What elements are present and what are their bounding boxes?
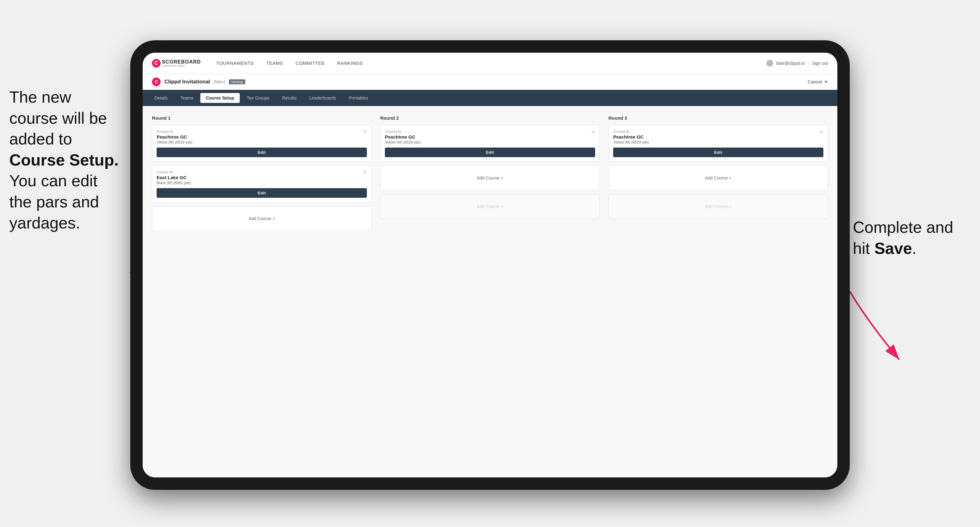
nav-teams[interactable]: TEAMS	[266, 60, 283, 66]
cancel-button[interactable]: Cancel ✕	[808, 79, 828, 85]
round1-course-b-label: (Course B)	[157, 170, 367, 174]
tab-printables[interactable]: Printables	[343, 93, 374, 103]
nav-tournaments[interactable]: TOURNAMENTS	[216, 60, 254, 66]
round3-course-a-label: (Course A)	[613, 130, 823, 133]
tab-leaderboards[interactable]: Leaderboards	[304, 93, 342, 103]
round3-add-course-disabled: Add Course +	[608, 194, 828, 219]
tab-course-setup[interactable]: Course Setup	[200, 93, 240, 103]
round3-course-a-card: ⊙ (Course A) Peachtree GC Yellow (M) (66…	[608, 125, 828, 162]
round2-add-course-disabled-text: Add Course +	[477, 204, 503, 209]
tabs-bar: Details Teams Course Setup Tee Groups Re…	[143, 90, 837, 106]
user-avatar	[766, 60, 773, 67]
round-2-label: Round 2	[380, 115, 600, 121]
round2-course-a-edit[interactable]: Edit	[385, 148, 595, 157]
tab-results[interactable]: Results	[276, 93, 302, 103]
round3-add-course-text: Add Course +	[705, 175, 732, 181]
tournament-badge: Hosting	[229, 79, 245, 84]
round2-course-a-name: Peachtree GC	[385, 134, 595, 140]
round1-add-course[interactable]: Add Course +	[152, 206, 372, 231]
round2-add-course-disabled: Add Course +	[380, 194, 600, 219]
round1-course-b-edit[interactable]: Edit	[157, 188, 367, 198]
user-email: blair@clippd.io	[776, 61, 805, 66]
tournament-gender: (Men)	[214, 79, 225, 84]
round1-course-b-name: East Lake GC	[157, 175, 367, 180]
round3-add-course-disabled-text: Add Course +	[705, 204, 732, 209]
tablet-frame: C SCOREBOARD Powered by clippd TOURNAMEN…	[130, 40, 850, 490]
round-3-col: Round 3 ⊙ (Course A) Peachtree GC Yellow…	[608, 115, 828, 235]
main-content: Round 1 ⊙ (Course A) Peachtree GC Yellow…	[143, 106, 837, 478]
tab-tee-groups[interactable]: Tee Groups	[241, 93, 275, 103]
tablet-screen: C SCOREBOARD Powered by clippd TOURNAMEN…	[143, 53, 837, 478]
round1-course-b-delete[interactable]: ⊙	[362, 169, 368, 175]
tournament-bar: C Clippd Invitational (Men) Hosting Canc…	[143, 74, 837, 90]
round-1-label: Round 1	[152, 115, 372, 121]
tournament-logo: C	[152, 78, 161, 86]
round2-course-a-tee: Yellow (M) (6629 yds)	[385, 140, 595, 144]
round2-course-a-delete[interactable]: ⊙	[590, 129, 597, 135]
round3-course-a-edit[interactable]: Edit	[613, 148, 823, 157]
tournament-title: Clippd Invitational	[164, 79, 210, 85]
round2-course-a-label: (Course A)	[385, 130, 595, 133]
round3-course-a-delete[interactable]: ⊙	[818, 129, 825, 135]
tab-details[interactable]: Details	[149, 93, 173, 103]
round1-course-b-tee: Black (M) (6891 yds)	[157, 181, 367, 185]
nav-brand: C SCOREBOARD Powered by clippd	[152, 59, 201, 68]
round3-add-course-active[interactable]: Add Course +	[608, 165, 828, 190]
nav-rankings[interactable]: RANKINGS	[337, 60, 363, 66]
round1-course-a-card: ⊙ (Course A) Peachtree GC Yellow (M) (66…	[152, 125, 372, 162]
nav-divider: |	[808, 61, 809, 66]
round1-course-b-card: ⊙ (Course B) East Lake GC Black (M) (689…	[152, 165, 372, 202]
round3-course-a-name: Peachtree GC	[613, 134, 823, 140]
tab-teams[interactable]: Teams	[175, 93, 199, 103]
brand-logo: C	[152, 59, 161, 68]
top-nav: C SCOREBOARD Powered by clippd TOURNAMEN…	[143, 53, 837, 74]
nav-links: TOURNAMENTS TEAMS COMMITTEE RANKINGS	[216, 60, 766, 66]
nav-committee[interactable]: COMMITTEE	[296, 60, 325, 66]
round1-course-a-tee: Yellow (M) (6629 yds)	[157, 140, 367, 144]
round2-add-course-text: Add Course +	[477, 175, 503, 181]
round1-course-a-label: (Course A)	[157, 130, 367, 133]
sign-out-link[interactable]: Sign out	[812, 61, 828, 66]
round-2-col: Round 2 ⊙ (Course A) Peachtree GC Yellow…	[380, 115, 600, 235]
round1-course-a-edit[interactable]: Edit	[157, 148, 367, 157]
round3-course-a-tee: Yellow (M) (6629 yds)	[613, 140, 823, 144]
rounds-grid: Round 1 ⊙ (Course A) Peachtree GC Yellow…	[152, 115, 828, 235]
round2-add-course-active[interactable]: Add Course +	[380, 165, 600, 190]
right-annotation: Complete and hit Save.	[853, 217, 971, 259]
brand-name: SCOREBOARD Powered by clippd	[162, 59, 201, 67]
round-1-col: Round 1 ⊙ (Course A) Peachtree GC Yellow…	[152, 115, 372, 235]
round1-course-a-name: Peachtree GC	[157, 134, 367, 140]
round-3-label: Round 3	[608, 115, 828, 121]
round2-course-a-card: ⊙ (Course A) Peachtree GC Yellow (M) (66…	[380, 125, 600, 162]
nav-right: blair@clippd.io | Sign out	[766, 60, 828, 67]
round1-course-a-delete[interactable]: ⊙	[362, 129, 368, 135]
round1-add-course-text: Add Course +	[248, 216, 275, 221]
